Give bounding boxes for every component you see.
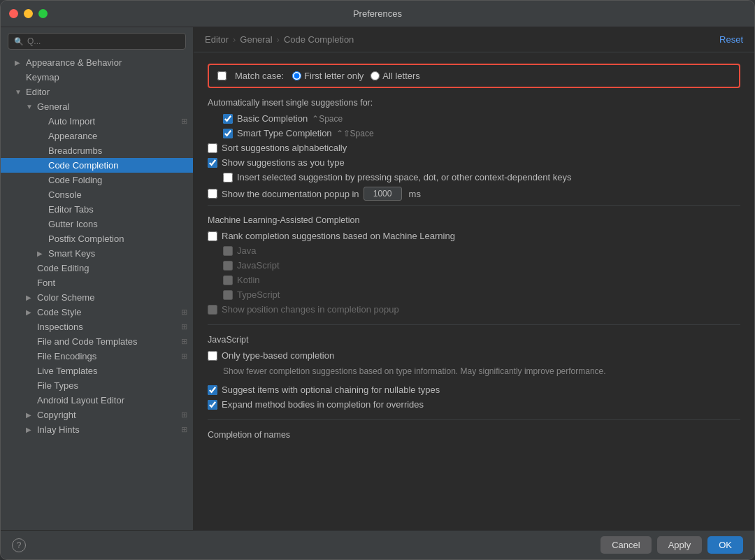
sidebar-item-auto-import[interactable]: Auto Import ⊞ [1, 114, 193, 129]
apply-button[interactable]: Apply [657, 536, 703, 554]
suggest-items-label: Suggest items with optional chaining for… [222, 385, 440, 395]
all-letters-radio-label[interactable]: All letters [371, 71, 419, 81]
arrow-icon [37, 220, 45, 228]
sidebar-item-label: Android Layout Editor [37, 395, 124, 405]
sidebar-item-postfix-completion[interactable]: Postfix Completion [1, 231, 193, 246]
sidebar-item-keymap[interactable]: Keymap [1, 70, 193, 85]
match-case-checkbox[interactable] [217, 71, 226, 80]
show-suggestions-label: Show suggestions as you type [222, 157, 345, 168]
sidebar-item-label: Editor Tabs [48, 204, 94, 215]
sidebar-item-color-scheme[interactable]: ▶ Color Scheme [1, 290, 193, 305]
ms-label: ms [409, 189, 421, 199]
sidebar-item-label: Postfix Completion [48, 234, 124, 244]
auto-insert-section-title: Automatically insert single suggestions … [208, 98, 740, 108]
titlebar: Preferences [1, 1, 754, 27]
sidebar-item-label: Live Templates [37, 366, 97, 376]
maximize-button[interactable] [38, 9, 48, 18]
sort-alpha-row: Sort suggestions alphabetically [208, 143, 740, 153]
sidebar-item-label: Console [48, 189, 82, 200]
sidebar-item-label: Smart Keys [48, 248, 95, 259]
sidebar-item-label: Inlay Hints [37, 424, 80, 435]
sidebar-item-gutter-icons[interactable]: Gutter Icons [1, 217, 193, 231]
sidebar-item-editor-tabs[interactable]: Editor Tabs [1, 202, 193, 217]
basic-completion-label: Basic Completion [237, 113, 308, 124]
sidebar-item-label: Breadcrumbs [48, 145, 102, 156]
suggest-items-checkbox[interactable] [208, 385, 217, 395]
smart-type-checkbox[interactable] [223, 129, 233, 138]
sidebar-item-file-types[interactable]: File Types [1, 378, 193, 393]
bottom-bar: ? Cancel Apply OK [1, 530, 754, 559]
sidebar-item-console[interactable]: Console [1, 187, 193, 202]
sidebar-item-file-encodings[interactable]: File Encodings ⊞ [1, 349, 193, 364]
match-case-section: Match case: First letter only All letter… [208, 64, 740, 88]
insert-selected-checkbox[interactable] [223, 173, 233, 182]
basic-completion-row: Basic Completion ⌃Space Smart Type Compl… [208, 113, 740, 138]
arrow-icon [26, 382, 34, 389]
sidebar-item-label: File and Code Templates [37, 336, 138, 347]
typescript-label: TypeScript [237, 289, 280, 300]
rank-suggestions-checkbox[interactable] [208, 231, 217, 241]
sidebar-item-label: File Types [37, 380, 78, 391]
java-checkbox[interactable] [223, 246, 233, 256]
arrow-icon [26, 338, 34, 345]
search-box[interactable]: 🔍 [8, 33, 186, 50]
sidebar-item-code-editing[interactable]: Code Editing [1, 261, 193, 275]
doc-popup-input[interactable] [364, 187, 402, 201]
sidebar-item-label: Color Scheme [37, 292, 94, 303]
show-position-checkbox[interactable] [208, 305, 217, 315]
breadcrumb-page: Code Completion [284, 34, 354, 45]
arrow-icon [26, 396, 34, 404]
cancel-button[interactable]: Cancel [601, 536, 651, 554]
reset-button[interactable]: Reset [719, 34, 743, 45]
insert-selected-group: Insert selected suggestion by pressing s… [208, 172, 740, 182]
sidebar-item-code-completion[interactable]: Code Completion [1, 158, 193, 173]
javascript-checkbox[interactable] [223, 261, 233, 271]
sidebar-item-inlay-hints[interactable]: ▶ Inlay Hints ⊞ [1, 422, 193, 437]
only-type-label: Only type-based completion [222, 350, 334, 361]
arrow-icon: ▶ [26, 308, 34, 316]
sidebar-item-code-style[interactable]: ▶ Code Style ⊞ [1, 305, 193, 320]
expand-method-checkbox[interactable] [208, 400, 217, 410]
only-type-row: Only type-based completion [208, 350, 740, 361]
arrow-icon: ▶ [26, 426, 34, 433]
main-layout: 🔍 ▶ Appearance & Behavior Keymap ▼ Edito… [1, 27, 754, 530]
sidebar-item-smart-keys[interactable]: ▶ Smart Keys [1, 246, 193, 261]
ml-section-title: Machine Learning-Assisted Completion [208, 215, 740, 225]
sidebar-item-label: Gutter Icons [48, 219, 98, 229]
doc-popup-row: Show the documentation popup in ms [208, 187, 740, 201]
sidebar-item-font[interactable]: Font [1, 275, 193, 290]
close-button[interactable] [9, 9, 18, 18]
sidebar-item-general[interactable]: ▼ General [1, 99, 193, 114]
first-letter-radio-label[interactable]: First letter only [292, 71, 364, 81]
window-controls [9, 9, 48, 18]
sidebar-item-appearance-behavior[interactable]: ▶ Appearance & Behavior [1, 55, 193, 70]
sidebar-item-label: Code Folding [48, 175, 102, 185]
arrow-icon: ▶ [26, 294, 34, 301]
minimize-button[interactable] [24, 9, 33, 18]
doc-popup-checkbox[interactable] [208, 189, 217, 199]
sidebar-item-editor[interactable]: ▼ Editor [1, 85, 193, 99]
help-button[interactable]: ? [12, 538, 26, 552]
sidebar-item-copyright[interactable]: ▶ Copyright ⊞ [1, 408, 193, 422]
sidebar-item-breadcrumbs[interactable]: Breadcrumbs [1, 143, 193, 158]
only-type-checkbox[interactable] [208, 351, 217, 361]
basic-completion-checkbox[interactable] [223, 114, 233, 124]
sidebar-item-file-code-templates[interactable]: File and Code Templates ⊞ [1, 334, 193, 349]
sidebar-item-android-layout[interactable]: Android Layout Editor [1, 393, 193, 408]
sort-alpha-checkbox[interactable] [208, 143, 217, 153]
first-letter-radio[interactable] [292, 71, 301, 80]
rank-suggestions-label: Rank completion suggestions based on Mac… [222, 231, 455, 241]
javascript-label: JavaScript [237, 260, 280, 271]
sidebar-item-live-templates[interactable]: Live Templates [1, 364, 193, 378]
search-input[interactable] [27, 36, 180, 46]
kotlin-checkbox[interactable] [223, 275, 233, 285]
ok-button[interactable]: OK [707, 536, 743, 554]
match-case-label: Match case: [235, 71, 284, 81]
all-letters-radio[interactable] [371, 71, 380, 80]
completion-names-title: Completion of names [208, 430, 740, 440]
typescript-checkbox[interactable] [223, 290, 233, 300]
show-suggestions-checkbox[interactable] [208, 158, 217, 168]
sidebar-item-code-folding[interactable]: Code Folding [1, 173, 193, 187]
sidebar-item-appearance[interactable]: Appearance [1, 129, 193, 143]
sidebar-item-inspections[interactable]: Inspections ⊞ [1, 320, 193, 334]
